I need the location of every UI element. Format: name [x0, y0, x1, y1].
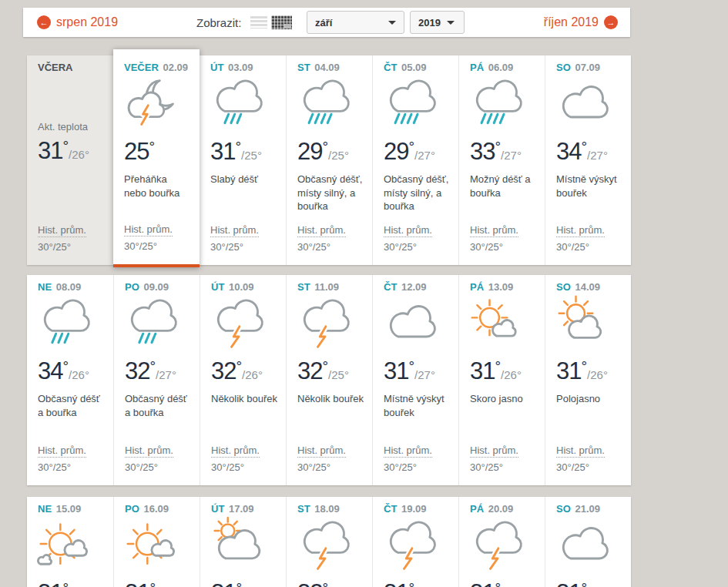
hist-block: Hist. prům. 30°/25° — [38, 442, 86, 475]
card-header: ČT 05.09 — [384, 62, 452, 73]
card-date: 05.09 — [401, 62, 427, 73]
weather-card[interactable]: PÁ 06.09 33°/27° Možný déšť a bouřka His… — [458, 55, 545, 265]
weather-card[interactable]: ÚT 03.09 31°/25° Slabý déšť Hist. prům. … — [200, 55, 286, 265]
temp-high: 33 — [470, 138, 495, 165]
temp-low: /27° — [501, 149, 522, 162]
card-day: PÁ — [470, 281, 484, 293]
rain-light-icon — [122, 294, 193, 353]
card-header: SO 14.09 — [556, 281, 625, 293]
temp-low: /26° — [587, 368, 608, 381]
card-header: NE 15.09 — [38, 503, 107, 515]
card-day: ČT — [384, 503, 397, 515]
card-date: 08.09 — [56, 281, 82, 293]
degree-sign: ° — [495, 358, 501, 374]
degree-sign: ° — [581, 580, 587, 587]
month-select[interactable]: září — [307, 11, 404, 34]
card-day: VČERA — [38, 62, 73, 73]
hist-value: 30°/25° — [297, 459, 346, 475]
weather-card[interactable]: ČT 12.09 31°/27° Místně výskyt bouřek Hi… — [372, 275, 458, 485]
temperature: 31°/26° — [470, 357, 538, 385]
temp-low: /26° — [501, 368, 522, 381]
weather-card[interactable]: ÚT 17.09 31°/26° — [200, 497, 286, 587]
card-day: ČT — [384, 62, 397, 73]
rain-heavy-icon — [467, 75, 538, 133]
card-day: ST — [297, 503, 310, 515]
card-day: ÚT — [211, 281, 224, 293]
weather-card[interactable]: PÁ 20.09 31°/26° — [458, 497, 545, 587]
weather-card[interactable]: VČERA Akt. teplota 31°/26° Hist. prům. 3… — [27, 55, 113, 265]
card-day: PÁ — [470, 503, 484, 515]
hist-label: Hist. prům. — [210, 224, 259, 237]
weather-card[interactable]: SO 14.09 31°/26° Polojasno Hist. prům. 3… — [545, 275, 631, 485]
temperature: 31°/27° — [384, 357, 452, 385]
card-header: ÚT 10.09 — [211, 281, 280, 293]
card-day: PO — [125, 503, 139, 515]
hist-value: 30°/25° — [124, 238, 173, 254]
card-header: PO 16.09 — [125, 503, 193, 515]
card-day: ST — [297, 281, 310, 293]
temperature: 31°/26° — [384, 579, 452, 587]
calendar-toolbar: ← srpen 2019 Zobrazit: září 2019 říjen 2… — [23, 8, 630, 37]
temp-high: 31 — [211, 579, 236, 587]
list-view-icon[interactable] — [250, 16, 267, 29]
card-header: PO 09.09 — [125, 281, 193, 293]
mostly-sunny-icon — [122, 516, 193, 575]
hist-block: Hist. prům. 30°/25° — [470, 222, 518, 255]
weather-desc: Občasný déšť a bouřka — [125, 392, 193, 419]
weather-desc: Skoro jasno — [470, 392, 538, 406]
temp-high: 25 — [124, 138, 149, 165]
temperature: 32°/26° — [211, 357, 280, 385]
weather-desc: Místně výskyt bouřek — [384, 392, 452, 419]
weather-card[interactable]: PÁ 13.09 31°/26° Skoro jasno Hist. prům.… — [458, 275, 545, 485]
hist-label: Hist. prům. — [297, 224, 346, 237]
card-date: 20.09 — [488, 503, 514, 515]
card-day: SO — [556, 62, 571, 73]
hist-value: 30°/25° — [384, 239, 432, 255]
weather-card[interactable]: PO 16.09 31°/26° — [113, 497, 200, 587]
card-header: VEČER 02.09 — [124, 62, 193, 73]
hist-value: 30°/25° — [38, 239, 86, 255]
weather-card[interactable]: NE 08.09 34°/26° Občasný déšť a bouřka H… — [27, 275, 113, 485]
card-day: PÁ — [470, 62, 484, 73]
prev-month-link[interactable]: ← srpen 2019 — [37, 8, 118, 37]
card-header: NE 08.09 — [38, 281, 107, 293]
storm-icon — [381, 516, 452, 575]
weather-card[interactable]: ST 18.09 32°/26° — [286, 497, 372, 587]
hist-block: Hist. prům. 30°/25° — [38, 222, 86, 255]
weather-card[interactable]: ČT 19.09 31°/26° — [372, 497, 458, 587]
card-day: ST — [297, 62, 310, 73]
weather-card[interactable]: ÚT 10.09 32°/26° Několik bouřek Hist. pr… — [200, 275, 286, 485]
weather-card[interactable]: ČT 05.09 29°/27° Občasný déšť, místy sil… — [372, 55, 458, 265]
temperature: 31°/25° — [210, 138, 280, 166]
temp-low: /25° — [328, 149, 349, 162]
next-month-label: říjen 2019 — [544, 15, 599, 29]
temp-high: 31 — [125, 579, 149, 587]
weather-card[interactable]: ST 11.09 32°/25° Několik bouřek Hist. pr… — [286, 275, 372, 485]
hist-block: Hist. prům. 30°/25° — [297, 222, 346, 255]
weather-card[interactable]: VEČER 02.09 25° Přeháňka nebo bouřka His… — [113, 49, 200, 267]
year-select[interactable]: 2019 — [410, 11, 465, 34]
card-date: 04.09 — [314, 62, 340, 73]
degree-sign: ° — [322, 139, 328, 155]
degree-sign: ° — [149, 580, 156, 587]
storm-icon — [467, 516, 538, 575]
card-header: ÚT 03.09 — [210, 62, 280, 73]
weather-desc: Místně výskyt bouřek — [556, 173, 625, 200]
next-month-link[interactable]: říjen 2019 → — [544, 8, 618, 37]
temp-high: 31 — [556, 579, 581, 587]
weather-card[interactable]: PO 09.09 32°/27° Občasný déšť a bouřka H… — [113, 275, 200, 485]
card-day: ÚT — [210, 62, 223, 73]
hist-value: 30°/25° — [470, 459, 518, 475]
weather-card[interactable]: ST 04.09 29°/25° Občasný déšť, místy sil… — [286, 55, 372, 265]
hist-value: 30°/25° — [470, 239, 518, 255]
hist-label: Hist. prům. — [384, 224, 432, 237]
temp-high: 29 — [384, 138, 408, 165]
weather-card[interactable]: SO 07.09 34°/27° Místně výskyt bouřek Hi… — [545, 55, 631, 265]
prev-month-label: srpen 2019 — [56, 15, 118, 29]
weather-card[interactable]: SO 21.09 31°/26° — [545, 497, 631, 587]
temperature: 32°/25° — [297, 357, 366, 385]
weather-card[interactable]: NE 15.09 31°/26° — [27, 497, 113, 587]
calendar-view-icon[interactable] — [271, 15, 292, 29]
weather-desc: Občasný déšť, místy silný, a bouřka — [297, 173, 366, 213]
card-date: 15.09 — [56, 503, 82, 515]
